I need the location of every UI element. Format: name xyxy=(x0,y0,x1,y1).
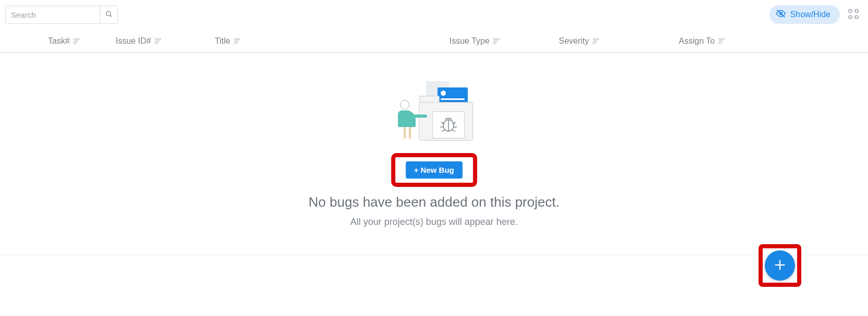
column-label: Issue ID# xyxy=(116,36,151,46)
column-severity[interactable]: Severity xyxy=(559,36,679,46)
column-label: Assign To xyxy=(679,36,715,46)
bug-icon xyxy=(438,115,459,135)
new-bug-button[interactable]: + New Bug xyxy=(406,161,462,179)
empty-subtitle: All your project(s) bugs will appear her… xyxy=(350,217,518,227)
svg-line-33 xyxy=(453,130,456,132)
new-bug-highlight: + New Bug xyxy=(391,153,477,187)
show-hide-label: Show/Hide xyxy=(790,10,830,19)
svg-line-32 xyxy=(442,130,445,132)
eye-off-icon xyxy=(776,8,786,21)
column-issue-type[interactable]: Issue Type xyxy=(449,36,559,46)
svg-point-7 xyxy=(855,16,858,19)
svg-point-4 xyxy=(849,9,852,12)
sort-icon xyxy=(493,38,500,44)
sort-icon xyxy=(718,38,725,44)
svg-point-0 xyxy=(106,11,111,16)
column-task[interactable]: Task# xyxy=(48,36,116,46)
svg-point-5 xyxy=(855,9,858,12)
empty-title: No bugs have been added on this project. xyxy=(309,194,559,210)
plus-icon xyxy=(773,258,787,274)
show-hide-button[interactable]: Show/Hide xyxy=(769,5,840,24)
column-title[interactable]: Title xyxy=(215,36,449,46)
sort-icon xyxy=(154,38,162,44)
sort-icon xyxy=(234,38,241,44)
search-icon xyxy=(105,10,113,20)
sort-icon xyxy=(592,38,600,44)
sort-icon xyxy=(73,38,80,44)
expand-icon xyxy=(847,14,860,22)
expand-button[interactable] xyxy=(847,7,863,23)
empty-state: + New Bug No bugs have been added on thi… xyxy=(309,81,559,227)
fab-highlight xyxy=(759,244,801,287)
column-label: Severity xyxy=(559,36,589,46)
column-headers: Task# Issue ID# Title Issue Type Severit… xyxy=(0,29,868,53)
column-label: Issue Type xyxy=(449,36,490,46)
empty-illustration xyxy=(395,81,473,144)
search-button[interactable] xyxy=(100,6,117,23)
column-label: Title xyxy=(215,36,230,46)
search-input[interactable] xyxy=(6,6,100,23)
column-assign-to[interactable]: Assign To xyxy=(679,36,725,46)
search-box xyxy=(5,6,118,24)
column-label: Task# xyxy=(48,36,70,46)
svg-line-1 xyxy=(110,15,112,17)
add-fab[interactable] xyxy=(765,250,795,281)
column-issue-id[interactable]: Issue ID# xyxy=(116,36,215,46)
svg-point-6 xyxy=(849,16,852,19)
